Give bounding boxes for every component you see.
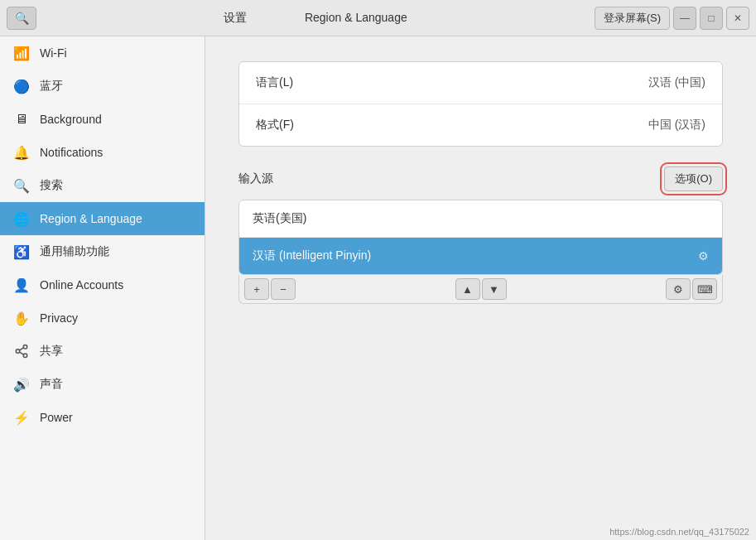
input-item-english-label: 英语(美国) — [253, 211, 306, 226]
login-screen-button[interactable]: 登录屏幕(S) — [595, 7, 670, 30]
toolbar-add-remove: + − — [244, 278, 296, 300]
gear-settings-icon[interactable]: ⚙ — [698, 249, 709, 263]
sidebar-label-wifi: Wi-Fi — [40, 46, 67, 60]
sound-icon: 🔊 — [13, 376, 30, 393]
sidebar-item-online-accounts[interactable]: 👤 Online Accounts — [0, 268, 205, 301]
globe-icon: 🌐 — [13, 210, 30, 227]
minimize-icon: — — [680, 12, 690, 24]
input-item-english[interactable]: 英语(美国) — [239, 200, 722, 238]
sidebar-label-power: Power — [40, 411, 73, 424]
online-accounts-icon: 👤 — [13, 277, 30, 293]
format-value: 中国 (汉语) — [648, 118, 705, 133]
settings-button[interactable]: ⚙ — [666, 278, 691, 300]
sidebar-item-region[interactable]: 🌐 Region & Language — [0, 202, 205, 235]
wifi-icon: 📶 — [13, 45, 30, 61]
input-item-chinese[interactable]: 汉语 (Intelligent Pinyin) ⚙ — [239, 238, 722, 274]
sidebar-label-region: Region & Language — [40, 212, 142, 225]
input-sources-header: 输入源 选项(O) — [238, 166, 723, 191]
gear-icon: ⚙ — [673, 283, 683, 296]
keyboard-icon: ⌨ — [697, 283, 713, 296]
titlebar: 🔍 设置 Region & Language 登录屏幕(S) — □ ✕ — [0, 0, 756, 36]
language-label: 语言(L) — [256, 75, 293, 90]
bluetooth-icon: 🔵 — [13, 78, 30, 94]
minus-icon: − — [280, 283, 287, 296]
sidebar-label-accessibility: 通用辅助功能 — [40, 244, 109, 259]
up-icon: ▲ — [462, 283, 473, 296]
search-icon: 🔍 — [15, 12, 29, 25]
power-icon: ⚡ — [13, 409, 30, 426]
search-button[interactable]: 🔍 — [7, 7, 36, 30]
input-item-chinese-label: 汉语 (Intelligent Pinyin) — [253, 248, 371, 263]
svg-point-2 — [23, 354, 27, 358]
format-row[interactable]: 格式(F) 中国 (汉语) — [239, 104, 722, 146]
titlebar-controls: 登录屏幕(S) — □ ✕ — [595, 7, 749, 30]
main-layout: 📶 Wi-Fi 🔵 蓝牙 🖥 Background 🔔 Notification… — [0, 36, 756, 540]
maximize-button[interactable]: □ — [700, 7, 723, 30]
language-value: 汉语 (中国) — [648, 75, 705, 90]
language-format-card: 语言(L) 汉语 (中国) 格式(F) 中国 (汉语) — [238, 61, 723, 147]
close-button[interactable]: ✕ — [726, 7, 749, 30]
monitor-icon: 🖥 — [13, 111, 30, 128]
sidebar-label-sound: 声音 — [40, 377, 63, 392]
toolbar-move: ▲ ▼ — [455, 278, 507, 300]
sidebar-label-share: 共享 — [40, 344, 63, 359]
sidebar-label-notifications: Notifications — [40, 146, 103, 159]
sidebar-label-bluetooth: 蓝牙 — [40, 79, 63, 94]
add-input-button[interactable]: + — [244, 278, 269, 300]
svg-point-1 — [16, 350, 20, 354]
sidebar-item-bluetooth[interactable]: 🔵 蓝牙 — [0, 70, 205, 103]
share-icon — [13, 343, 30, 359]
options-button[interactable]: 选项(O) — [664, 166, 723, 191]
bell-icon: 🔔 — [13, 144, 30, 161]
sidebar-item-notifications[interactable]: 🔔 Notifications — [0, 136, 205, 169]
sidebar-label-privacy: Privacy — [40, 311, 78, 325]
input-list: 英语(美国) 汉语 (Intelligent Pinyin) ⚙ — [238, 200, 723, 275]
minimize-button[interactable]: — — [673, 7, 696, 30]
app-title: 设置 Region & Language — [36, 11, 595, 26]
input-toolbar: + − ▲ ▼ ⚙ ⌨ — [238, 275, 723, 304]
move-up-button[interactable]: ▲ — [455, 278, 480, 300]
sidebar-item-share[interactable]: 共享 — [0, 335, 205, 368]
sidebar-item-sound[interactable]: 🔊 声音 — [0, 368, 205, 401]
sidebar-item-privacy[interactable]: ✋ Privacy — [0, 301, 205, 335]
sidebar-label-background: Background — [40, 113, 102, 126]
content-area: 语言(L) 汉语 (中国) 格式(F) 中国 (汉语) 输入源 选项(O) 英语… — [205, 36, 756, 540]
sidebar-item-wifi[interactable]: 📶 Wi-Fi — [0, 36, 205, 70]
search-sidebar-icon: 🔍 — [13, 177, 30, 194]
down-icon: ▼ — [489, 283, 499, 296]
url-bar: https://blog.csdn.net/qq_43175022 — [609, 527, 749, 537]
sidebar-label-search: 搜索 — [40, 178, 63, 193]
close-icon: ✕ — [734, 12, 742, 24]
maximize-icon: □ — [708, 12, 714, 24]
svg-line-4 — [19, 348, 23, 350]
accessibility-icon: ♿ — [13, 243, 30, 260]
svg-line-3 — [19, 352, 23, 354]
format-label: 格式(F) — [256, 118, 294, 133]
svg-point-0 — [23, 345, 27, 350]
sidebar-label-online-accounts: Online Accounts — [40, 278, 123, 292]
sidebar-item-accessibility[interactable]: ♿ 通用辅助功能 — [0, 235, 205, 268]
sidebar-item-power[interactable]: ⚡ Power — [0, 401, 205, 434]
language-row[interactable]: 语言(L) 汉语 (中国) — [239, 62, 722, 104]
toolbar-settings: ⚙ ⌨ — [666, 278, 717, 300]
sidebar-item-search[interactable]: 🔍 搜索 — [0, 169, 205, 202]
sidebar: 📶 Wi-Fi 🔵 蓝牙 🖥 Background 🔔 Notification… — [0, 36, 205, 540]
plus-icon: + — [253, 283, 260, 296]
hand-icon: ✋ — [13, 310, 30, 326]
remove-input-button[interactable]: − — [271, 278, 296, 300]
keyboard-button[interactable]: ⌨ — [692, 278, 717, 300]
input-sources-title: 输入源 — [238, 171, 273, 186]
move-down-button[interactable]: ▼ — [482, 278, 507, 300]
sidebar-item-background[interactable]: 🖥 Background — [0, 103, 205, 136]
